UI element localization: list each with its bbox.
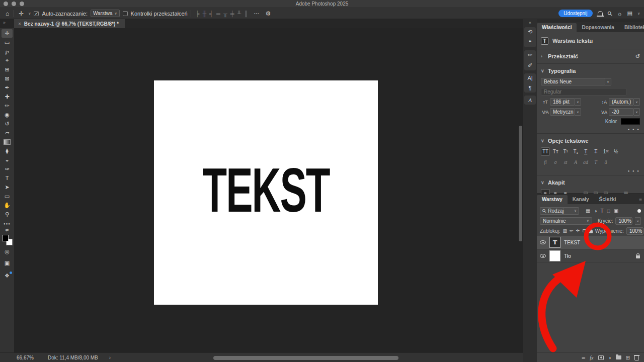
filter-smart-objects-icon[interactable]: ▣ — [614, 208, 618, 214]
collapse-panels-icon[interactable]: « — [523, 20, 537, 25]
align-left-icon[interactable]: ╞ — [194, 11, 201, 17]
text-options-section-header[interactable]: ∨ Opcje tekstowe — [541, 136, 640, 145]
shape-tool[interactable]: ▭ — [2, 192, 13, 201]
layer-filter-dropdown[interactable]: ⚲ Rodzaj ∨ — [540, 207, 579, 215]
align-center-horizontal-icon[interactable]: ╫ — [201, 11, 208, 17]
foreground-color-swatch[interactable] — [2, 235, 9, 241]
distribute-vertical-icon[interactable]: ║ — [243, 11, 250, 17]
stylistic-alternates-button[interactable]: ad — [581, 158, 590, 166]
share-image-icon[interactable]: ❖ — [2, 272, 13, 280]
layer-effects-icon[interactable]: fx — [590, 355, 593, 360]
tab-paths[interactable]: Ścieżki — [594, 195, 621, 204]
path-selection-tool[interactable]: ➤ — [2, 183, 13, 192]
marquee-tool[interactable]: ▭ — [2, 38, 13, 47]
reset-transform-icon[interactable]: ↺ — [635, 53, 640, 60]
filter-shape-layers-icon[interactable]: □ — [607, 208, 610, 214]
swash-button[interactable]: A — [571, 158, 580, 166]
more-options-icon[interactable]: ● ● ● — [541, 169, 640, 172]
contextual-alternates-button[interactable]: σ — [551, 158, 560, 166]
notifications-bell-icon[interactable] — [598, 11, 603, 16]
tab-libraries[interactable]: Biblioteki — [619, 23, 644, 32]
opacity-chevron-icon[interactable]: ∨ — [635, 217, 641, 225]
history-brush-tool[interactable]: ↺ — [2, 120, 13, 128]
glyphs-panel-icon[interactable]: A — [524, 97, 536, 103]
lock-artboard-icon[interactable]: ⊡ — [582, 228, 586, 233]
chevron-down-icon[interactable]: ∨ — [637, 12, 640, 16]
discretionary-ligatures-button[interactable]: st — [561, 158, 570, 166]
filter-adjustment-layers-icon[interactable]: ◑ — [594, 208, 597, 214]
layer-row-tlo[interactable]: Tło — [537, 249, 644, 263]
move-tool-icon[interactable]: ✛ — [17, 11, 25, 17]
frame-tool[interactable]: ⊠ — [2, 74, 13, 83]
new-group-icon[interactable] — [616, 355, 621, 359]
horizontal-scrollbar-thumb[interactable] — [213, 356, 398, 360]
vertical-scrollbar[interactable] — [519, 126, 522, 241]
font-size-field[interactable]: 186 pkt — [550, 98, 575, 106]
toolbar-expand-icon[interactable]: » — [0, 19, 14, 28]
discover-icon[interactable]: ☼ — [617, 11, 622, 17]
lock-pixels-icon[interactable]: ✏ — [570, 228, 574, 233]
layer-name[interactable]: Tło — [564, 253, 571, 259]
workspace-switcher-icon[interactable]: ▤ — [627, 10, 632, 17]
font-size-chevron-icon[interactable]: ∨ — [575, 98, 581, 106]
tab-properties[interactable]: Właściwości — [537, 23, 577, 32]
brushes-panel-icon[interactable]: ✐ — [524, 62, 536, 69]
distribute-horizontal-icon[interactable]: ═ — [215, 11, 222, 17]
paragraph-section-header[interactable]: ∨ Akapit — [541, 178, 640, 187]
auto-select-target-dropdown[interactable]: Warstwa ∨ — [91, 10, 120, 17]
small-caps-button[interactable]: Tᴛ — [551, 147, 560, 156]
tab-adjustments[interactable]: Dopasowania — [577, 23, 619, 32]
filter-toggle-icon[interactable] — [637, 209, 641, 213]
comments-panel-icon[interactable]: ❝ — [524, 39, 536, 46]
move-tool[interactable]: ✛ — [2, 29, 13, 38]
font-family-chevron-icon[interactable]: ∨ — [605, 78, 611, 85]
lock-transparency-icon[interactable]: ▨ — [563, 228, 568, 233]
share-button[interactable]: Udostępnij — [558, 10, 592, 17]
swap-colors-icon[interactable]: ⇄ — [6, 228, 9, 233]
text-color-swatch[interactable] — [621, 118, 640, 125]
align-right-icon[interactable]: ╡ — [208, 11, 215, 17]
pen-tool[interactable]: ✑ — [2, 165, 13, 173]
underline-button[interactable]: T — [581, 147, 590, 156]
layer-visibility-eye-icon[interactable] — [540, 254, 546, 258]
leading-chevron-icon[interactable]: ∨ — [634, 98, 640, 106]
align-top-icon[interactable]: ╥ — [222, 11, 229, 17]
font-style-field[interactable]: Regular — [541, 88, 626, 96]
ornaments-button[interactable]: ā — [601, 158, 610, 166]
titling-alternates-button[interactable]: T — [591, 158, 600, 166]
tab-channels[interactable]: Kanały — [568, 195, 594, 204]
lock-all-icon[interactable] — [589, 230, 593, 233]
character-panel-icon[interactable]: A| — [524, 75, 536, 81]
document-canvas[interactable]: TEKST — [154, 80, 378, 305]
screen-mode-icon[interactable]: ▣ — [2, 259, 13, 267]
horizontal-scrollbar-track[interactable] — [101, 356, 516, 360]
healing-brush-tool[interactable]: ✚ — [2, 93, 13, 101]
crop-tool[interactable]: ⊞ — [2, 65, 13, 74]
zoom-level[interactable]: 66,67% — [17, 355, 34, 360]
quick-mask-icon[interactable]: ◎ — [2, 247, 13, 256]
layer-name[interactable]: TEKST — [564, 240, 580, 245]
gradient-tool[interactable] — [2, 138, 13, 146]
home-icon[interactable]: ⌂ — [4, 11, 11, 17]
filter-type-layers-icon[interactable]: T — [601, 208, 604, 214]
tracking-field[interactable]: -20 — [609, 108, 634, 116]
opacity-field[interactable]: 100% — [615, 217, 632, 225]
align-middle-icon[interactable]: ╪ — [229, 11, 236, 17]
canvas-area[interactable]: TEKST — [14, 28, 523, 352]
search-icon[interactable]: ⚲ — [606, 9, 614, 17]
more-options-icon[interactable]: ● ● ● — [541, 128, 640, 131]
type-tool[interactable]: T — [2, 174, 13, 183]
object-selection-tool[interactable]: ⌖ — [2, 56, 13, 65]
font-family-field[interactable]: Bebas Neue — [541, 78, 605, 85]
blur-tool[interactable]: ⧫ — [2, 147, 13, 155]
auto-select-checkbox[interactable]: ✓ — [34, 11, 39, 16]
history-panel-icon[interactable]: ⟲ — [524, 29, 536, 35]
new-adjustment-layer-icon[interactable]: ◑ — [608, 355, 611, 360]
brush-settings-panel-icon[interactable]: ✏ — [524, 52, 536, 58]
add-layer-mask-icon[interactable] — [598, 355, 604, 360]
background-layer-thumbnail[interactable] — [549, 250, 560, 261]
lasso-tool[interactable]: ℘ — [2, 47, 13, 56]
lock-position-icon[interactable]: ✛ — [576, 228, 580, 233]
tool-preset-chevron-icon[interactable]: ∨ — [28, 12, 31, 16]
eyedropper-tool[interactable]: ✒ — [2, 83, 13, 92]
